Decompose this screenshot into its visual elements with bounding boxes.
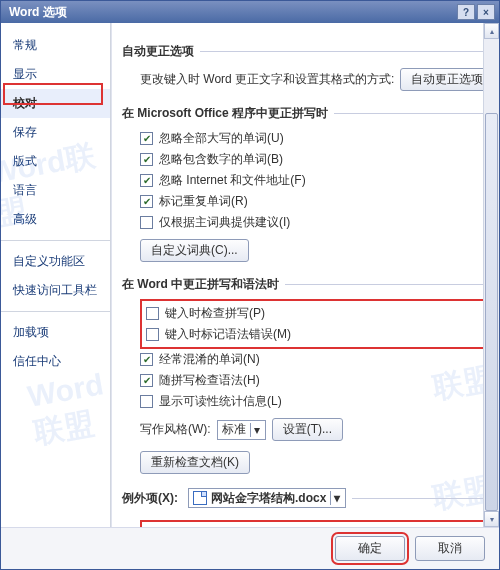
- sidebar-item-proofing[interactable]: 校对: [1, 89, 110, 118]
- document-icon: [193, 491, 207, 505]
- checkbox-numbers[interactable]: ✔: [140, 153, 153, 166]
- label: 经常混淆的单词(N): [159, 351, 260, 368]
- title-bar: Word 选项 ? ×: [1, 1, 499, 23]
- section-office: 在 Microsoft Office 程序中更正拼写时: [122, 93, 491, 128]
- checkbox-uppercase[interactable]: ✔: [140, 132, 153, 145]
- scroll-up-icon[interactable]: ▴: [484, 23, 499, 39]
- settings-button[interactable]: 设置(T)...: [272, 418, 343, 441]
- sidebar-item-customize-ribbon[interactable]: 自定义功能区: [1, 247, 110, 276]
- window-title: Word 选项: [9, 4, 67, 21]
- section-word-proof: 在 Word 中更正拼写和语法时: [122, 264, 491, 299]
- ok-button[interactable]: 确定: [335, 536, 405, 561]
- cancel-button[interactable]: 取消: [415, 536, 485, 561]
- checkbox-grammar-spell[interactable]: ✔: [140, 374, 153, 387]
- label: 随拼写检查语法(H): [159, 372, 260, 389]
- sidebar-item-display[interactable]: 显示: [1, 60, 110, 89]
- label: 忽略 Internet 和文件地址(F): [159, 172, 306, 189]
- section-label: 自动更正选项: [122, 43, 194, 60]
- chevron-down-icon: ▾: [330, 491, 343, 505]
- sidebar-item-general[interactable]: 常规: [1, 31, 110, 60]
- scroll-down-icon[interactable]: ▾: [484, 511, 499, 527]
- close-button[interactable]: ×: [477, 4, 495, 20]
- label: 键入时检查拼写(P): [165, 305, 265, 322]
- sidebar: 常规 显示 校对 保存 版式 语言 高级 自定义功能区 快速访问工具栏 加载项 …: [1, 23, 111, 527]
- exceptions-label: 例外项(X):: [122, 490, 178, 507]
- sidebar-item-trust[interactable]: 信任中心: [1, 347, 110, 376]
- exceptions-doc-combo[interactable]: 网站金字塔结构.docx ▾: [188, 488, 346, 508]
- sidebar-item-layout[interactable]: 版式: [1, 147, 110, 176]
- checkbox-main-dict[interactable]: [140, 216, 153, 229]
- checkbox-confused[interactable]: ✔: [140, 353, 153, 366]
- autocorrect-desc: 更改键入时 Word 更正文字和设置其格式的方式:: [140, 71, 394, 88]
- custom-dictionaries-button[interactable]: 自定义词典(C)...: [140, 239, 249, 262]
- dialog-footer: 确定 取消: [1, 527, 499, 569]
- help-button[interactable]: ?: [457, 4, 475, 20]
- label: 键入时标记语法错误(M): [165, 326, 291, 343]
- sidebar-item-save[interactable]: 保存: [1, 118, 110, 147]
- label: 忽略全部大写的单词(U): [159, 130, 284, 147]
- checkbox-mark-grammar[interactable]: [146, 328, 159, 341]
- section-label: 在 Microsoft Office 程序中更正拼写时: [122, 105, 328, 122]
- recheck-doc-button[interactable]: 重新检查文档(K): [140, 451, 250, 474]
- label: 忽略包含数字的单词(B): [159, 151, 283, 168]
- sidebar-item-advanced[interactable]: 高级: [1, 205, 110, 234]
- red-highlight-exceptions: ✔只隐藏此文档中的拼写错误(S) ✔只隐藏此文档中的语法错误(D): [140, 520, 491, 527]
- checkbox-readability[interactable]: [140, 395, 153, 408]
- writing-style-combo[interactable]: 标准▾: [217, 420, 266, 440]
- combo-value: 标准: [222, 421, 246, 438]
- checkbox-repeated[interactable]: ✔: [140, 195, 153, 208]
- red-highlight-checks: 键入时检查拼写(P) 键入时标记语法错误(M): [140, 299, 491, 349]
- section-label: 在 Word 中更正拼写和语法时: [122, 276, 279, 293]
- combo-value: 网站金字塔结构.docx: [211, 490, 326, 507]
- sidebar-item-addins[interactable]: 加载项: [1, 318, 110, 347]
- checkbox-check-spelling[interactable]: [146, 307, 159, 320]
- section-exceptions: 例外项(X): 网站金字塔结构.docx ▾: [122, 476, 491, 514]
- sidebar-item-language[interactable]: 语言: [1, 176, 110, 205]
- label: 显示可读性统计信息(L): [159, 393, 282, 410]
- label: 标记重复单词(R): [159, 193, 248, 210]
- sidebar-item-quick-access[interactable]: 快速访问工具栏: [1, 276, 110, 305]
- label: 仅根据主词典提供建议(I): [159, 214, 290, 231]
- content-pane: 联盟 联盟 自动更正选项 更改键入时 Word 更正文字和设置其格式的方式: 自…: [111, 23, 499, 527]
- scrollbar[interactable]: ▴ ▾: [483, 23, 499, 527]
- scroll-thumb[interactable]: [485, 113, 498, 511]
- writing-style-label: 写作风格(W):: [140, 421, 211, 438]
- section-autocorrect: 自动更正选项: [122, 31, 491, 66]
- checkbox-internet[interactable]: ✔: [140, 174, 153, 187]
- watermark: Word联盟: [25, 367, 116, 455]
- chevron-down-icon: ▾: [250, 423, 263, 437]
